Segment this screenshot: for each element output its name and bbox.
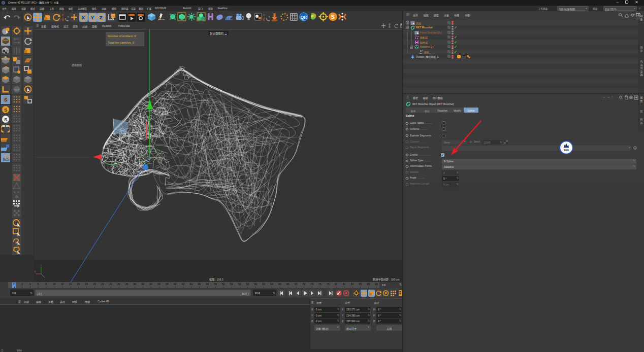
svg-text:Z: Z <box>100 15 103 20</box>
svg-text:X: X <box>82 15 85 20</box>
svg-text:P: P <box>384 292 387 295</box>
svg-text:S: S <box>4 97 7 102</box>
svg-text:Y: Y <box>91 15 94 20</box>
svg-text:X: X <box>34 270 36 273</box>
svg-text:R: R <box>62 19 64 21</box>
svg-text:QR: QR <box>301 15 307 20</box>
svg-text:S: S <box>331 14 335 20</box>
svg-text:S: S <box>4 108 7 113</box>
svg-text:S: S <box>4 117 7 122</box>
svg-text:R: R <box>263 19 265 21</box>
svg-text:Y: Y <box>40 264 42 267</box>
svg-text:R&K: R&K <box>564 149 569 152</box>
